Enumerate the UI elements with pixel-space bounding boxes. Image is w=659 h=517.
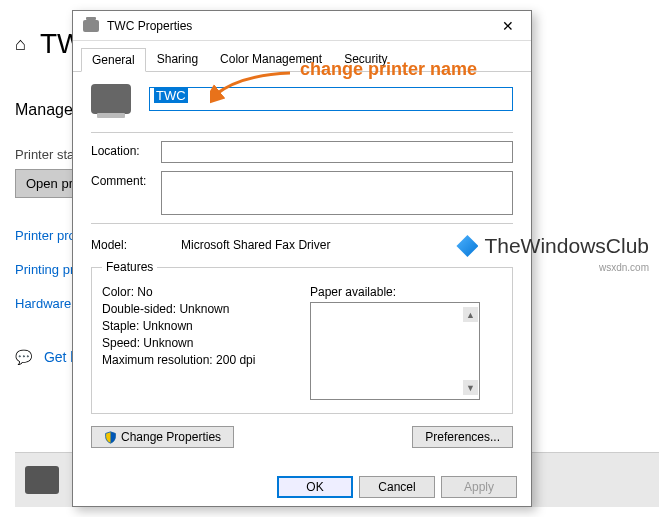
dialog-action-row: OK Cancel Apply: [277, 476, 517, 498]
location-label: Location:: [91, 141, 151, 158]
separator-2: [91, 223, 513, 224]
home-icon[interactable]: ⌂: [15, 34, 26, 55]
preferences-label: Preferences...: [425, 430, 500, 444]
paper-available-listbox[interactable]: ▲ ▼: [310, 302, 480, 400]
watermark: TheWindowsClub: [456, 234, 649, 258]
cancel-button[interactable]: Cancel: [359, 476, 435, 498]
close-button[interactable]: ✕: [491, 15, 525, 37]
change-properties-label: Change Properties: [121, 430, 221, 444]
change-properties-button[interactable]: Change Properties: [91, 426, 234, 448]
feature-speed: Speed: Unknown: [102, 336, 294, 350]
link-printing-preferences[interactable]: Printing pr: [15, 262, 74, 277]
printer-thumbnail-icon: [25, 466, 59, 494]
watermark-text: TheWindowsClub: [484, 234, 649, 258]
ok-button[interactable]: OK: [277, 476, 353, 498]
watermark-logo-icon: [456, 235, 478, 257]
dialog-body: TWC Location: Comment: Model: Microsoft …: [73, 72, 531, 456]
feature-double-sided: Double-sided: Unknown: [102, 302, 294, 316]
tab-general[interactable]: General: [81, 48, 146, 72]
preferences-button[interactable]: Preferences...: [412, 426, 513, 448]
features-group: Features Color: No Double-sided: Unknown…: [91, 260, 513, 414]
annotation-arrow-icon: [210, 67, 310, 107]
features-legend: Features: [102, 260, 157, 274]
shield-icon: [104, 431, 117, 444]
printer-name-input[interactable]: TWC: [149, 87, 513, 111]
separator: [91, 132, 513, 133]
model-label: Model:: [91, 238, 151, 252]
scroll-up-icon[interactable]: ▲: [463, 307, 478, 322]
bg-printer-status-label: Printer sta: [15, 147, 74, 162]
annotation: change printer name: [230, 59, 477, 80]
feature-color: Color: No: [102, 285, 294, 299]
link-hardware-properties[interactable]: Hardware: [15, 296, 71, 311]
watermark-subtext: wsxdn.com: [599, 262, 649, 273]
paper-available-label: Paper available:: [310, 285, 502, 299]
model-value: Microsoft Shared Fax Driver: [181, 238, 330, 252]
feature-max-resolution: Maximum resolution: 200 dpi: [102, 353, 294, 367]
tab-sharing[interactable]: Sharing: [146, 47, 209, 71]
titlebar: TWC Properties ✕: [73, 11, 531, 41]
get-help-row: 💬 Get h: [15, 349, 78, 365]
link-printer-properties[interactable]: Printer pro: [15, 228, 76, 243]
bg-manage-heading: Manage: [15, 101, 73, 119]
chat-icon: 💬: [15, 349, 32, 365]
scroll-down-icon[interactable]: ▼: [463, 380, 478, 395]
printer-name-value: TWC: [154, 88, 188, 103]
apply-button[interactable]: Apply: [441, 476, 517, 498]
printer-large-icon: [91, 84, 131, 114]
printer-icon: [83, 20, 99, 32]
dialog-title: TWC Properties: [107, 19, 491, 33]
comment-label: Comment:: [91, 171, 151, 188]
feature-staple: Staple: Unknown: [102, 319, 294, 333]
comment-input[interactable]: [161, 171, 513, 215]
location-input[interactable]: [161, 141, 513, 163]
